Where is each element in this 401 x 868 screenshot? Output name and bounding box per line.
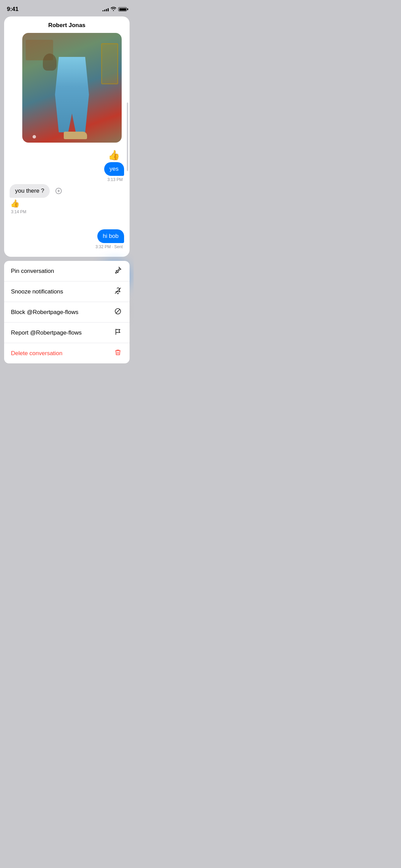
- reaction-below-you-there: 👍: [10, 199, 20, 208]
- message-row-you-there: you there ? 👍 3:14 PM: [10, 184, 124, 214]
- status-time: 9:41: [7, 6, 19, 13]
- bg-barrel: [43, 53, 57, 71]
- chat-image: [22, 33, 122, 143]
- messages-area: 👍 yes 3:13 PM you there ?: [4, 143, 130, 257]
- context-menu-delete-label: Delete conversation: [11, 350, 113, 357]
- wifi-icon: [111, 7, 116, 12]
- scrollbar[interactable]: [127, 103, 128, 171]
- page-wrapper: 9:41 Robert Jonas: [0, 0, 134, 363]
- chat-contact-name: Robert Jonas: [48, 22, 86, 28]
- signal-bar-3: [106, 9, 107, 11]
- context-menu-pin-label: Pin conversation: [11, 268, 113, 275]
- bg-frame: [101, 43, 118, 84]
- message-row-hi-bob: hi bob 3:32 PM · Sent: [10, 229, 124, 249]
- battery-fill: [119, 8, 126, 11]
- signal-bar-2: [104, 10, 105, 11]
- context-menu-snooze[interactable]: Snooze notifications: [4, 281, 130, 302]
- flag-icon: [113, 328, 123, 337]
- chat-header: Robert Jonas: [4, 16, 130, 33]
- pagination-dot: [33, 135, 36, 138]
- context-menu-report[interactable]: Report @Robertpage-flows: [4, 323, 130, 343]
- bubble-you-there-text: you there ?: [15, 188, 44, 194]
- bell-slash-icon: [113, 287, 123, 296]
- signal-bars-icon: [102, 7, 109, 11]
- battery-icon: [118, 7, 127, 11]
- message-you-there-time: 3:14 PM: [11, 209, 26, 214]
- image-reaction-right: 👍: [10, 149, 124, 161]
- reaction-thumbsup-right: 👍: [108, 149, 120, 161]
- spacer: [10, 216, 124, 229]
- context-menu-report-label: Report @Robertpage-flows: [11, 329, 113, 336]
- context-menu-snooze-label: Snooze notifications: [11, 288, 113, 295]
- context-menu-block[interactable]: Block @Robertpage-flows: [4, 302, 130, 323]
- bubble-hi-bob-text: hi bob: [103, 233, 119, 239]
- bubble-yes-text: yes: [110, 166, 119, 172]
- context-menu-delete[interactable]: Delete conversation: [4, 343, 130, 363]
- context-menu-card: Pin conversation Snooze notifications Bl…: [4, 261, 130, 363]
- bubble-yes: yes: [104, 162, 124, 176]
- signal-bar-4: [108, 8, 109, 11]
- context-menu-pin[interactable]: Pin conversation: [4, 261, 130, 281]
- bubble-left-wrapper-you-there: you there ?: [10, 184, 64, 198]
- message-row-yes: yes 3:13 PM: [10, 162, 124, 182]
- jeans-figure: [53, 57, 91, 132]
- chat-card: Robert Jonas 👍: [4, 16, 130, 257]
- reaction-thumbsup-left: 👍: [10, 199, 20, 208]
- bubble-hi-bob: hi bob: [97, 229, 124, 243]
- status-icons: [102, 7, 127, 12]
- block-icon: [113, 308, 123, 317]
- context-menu-block-label: Block @Robertpage-flows: [11, 309, 113, 316]
- message-yes-time: 3:13 PM: [107, 177, 123, 182]
- react-button-you-there[interactable]: [53, 185, 64, 196]
- signal-bar-1: [102, 10, 104, 11]
- bubble-you-there: you there ?: [10, 184, 50, 198]
- image-container: [4, 33, 130, 143]
- jeans-shoes-right: [73, 132, 87, 139]
- pin-icon: [113, 266, 123, 276]
- message-hi-bob-time: 3:32 PM · Sent: [96, 244, 123, 249]
- status-bar: 9:41: [0, 0, 134, 16]
- trash-icon: [113, 349, 123, 358]
